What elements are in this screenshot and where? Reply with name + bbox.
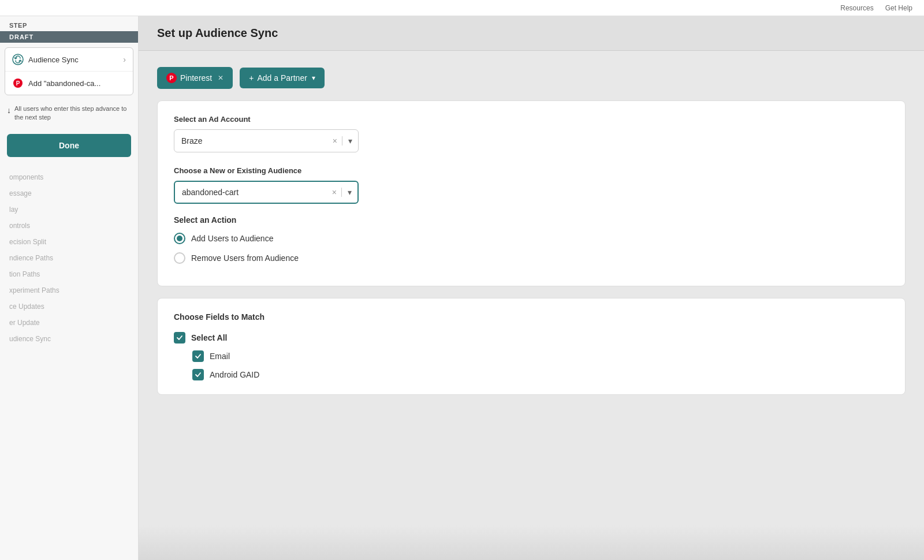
main-layout: Step DRAFT Audience Sync ›: [0, 16, 924, 560]
main-header: Set up Audience Sync: [139, 16, 924, 51]
pinterest-icon: P: [166, 73, 177, 83]
step-label: Step: [0, 16, 138, 31]
top-bar: Resources Get Help: [0, 0, 924, 16]
action-label: Select an Action: [174, 215, 889, 225]
fields-to-match-card: Choose Fields to Match Select All: [157, 298, 906, 395]
advance-note: ↓ All users who enter this step advance …: [0, 100, 138, 127]
audience-sync-label: Audience Sync: [28, 55, 79, 64]
checkbox-select-all-box[interactable]: [174, 332, 185, 344]
advance-note-text: All users who enter this step advance to…: [14, 104, 131, 122]
audience-sync-icon: [12, 54, 24, 65]
ad-account-arrow-icon[interactable]: ▾: [342, 136, 358, 145]
checkbox-android-gaid[interactable]: Android GAID: [192, 369, 889, 380]
checkbox-select-all[interactable]: Select All: [174, 332, 889, 344]
arrow-down-icon: ↓: [7, 105, 11, 117]
audience-clear-icon[interactable]: ×: [327, 188, 342, 197]
android-gaid-label: Android GAID: [210, 370, 259, 379]
action-section: Select an Action Add Users to Audience R…: [174, 215, 889, 264]
sidebar-item-add-abandoned[interactable]: P Add "abandoned-ca...: [5, 72, 133, 95]
audience-value: abandoned-cart: [175, 188, 327, 197]
sidebar: Step DRAFT Audience Sync ›: [0, 16, 139, 560]
radio-add-users[interactable]: Add Users to Audience: [174, 233, 889, 244]
plus-icon: +: [249, 73, 254, 83]
pinterest-remove-icon[interactable]: ✕: [218, 74, 223, 82]
radio-add-users-label: Add Users to Audience: [191, 234, 273, 243]
step-items-panel: Audience Sync › P Add "abandoned-ca...: [5, 47, 133, 95]
email-label: Email: [210, 352, 230, 361]
ad-account-select[interactable]: Braze × ▾: [174, 129, 359, 152]
ad-account-label: Select an Ad Account: [174, 115, 889, 124]
audience-select[interactable]: abandoned-cart × ▾: [174, 181, 359, 204]
checkbox-email-box[interactable]: [192, 350, 204, 362]
chevron-down-icon: ▾: [312, 74, 315, 82]
pinterest-label: Pinterest: [180, 73, 212, 83]
ad-account-value: Braze: [174, 136, 328, 145]
radio-add-users-button[interactable]: [174, 233, 185, 244]
ad-account-clear-icon[interactable]: ×: [328, 136, 342, 145]
main-body: P Pinterest ✕ + Add a Partner ▾ Select a…: [139, 51, 924, 411]
radio-remove-users[interactable]: Remove Users from Audience: [174, 252, 889, 264]
bottom-fade: [139, 525, 924, 560]
checkbox-android-gaid-box[interactable]: [192, 369, 204, 380]
add-partner-button[interactable]: + Add a Partner ▾: [240, 68, 325, 88]
checkmark-icon: [195, 353, 202, 360]
checkbox-email[interactable]: Email: [192, 350, 889, 362]
checkmark-icon: [195, 371, 202, 378]
fields-label: Choose Fields to Match: [174, 312, 889, 322]
radio-remove-users-label: Remove Users from Audience: [191, 253, 299, 263]
ad-account-card: Select an Ad Account Braze × ▾ Choose a …: [157, 100, 906, 286]
checkbox-group: Select All Email: [174, 332, 889, 380]
add-abandoned-label: Add "abandoned-ca...: [28, 79, 100, 88]
add-partner-label: Add a Partner: [257, 73, 307, 83]
main-content: Set up Audience Sync P Pinterest ✕ + Add…: [139, 16, 924, 560]
page-title: Set up Audience Sync: [157, 27, 906, 40]
pinterest-small-icon: P: [12, 77, 24, 89]
partner-buttons-row: P Pinterest ✕ + Add a Partner ▾: [157, 67, 906, 89]
sidebar-bottom-items: omponents essage lay ontrols ecision Spl…: [0, 169, 138, 560]
radio-remove-users-button[interactable]: [174, 252, 185, 264]
sidebar-chevron: ›: [123, 55, 126, 64]
checkmark-icon: [176, 334, 183, 341]
audience-label: Choose a New or Existing Audience: [174, 166, 889, 175]
audience-arrow-icon[interactable]: ▾: [342, 188, 357, 197]
radio-add-users-dot: [177, 236, 182, 241]
pinterest-partner-button[interactable]: P Pinterest ✕: [157, 67, 233, 89]
sidebar-item-audience-sync[interactable]: Audience Sync ›: [5, 48, 133, 72]
draft-badge: DRAFT: [0, 31, 138, 43]
resources-link[interactable]: Resources: [840, 4, 873, 12]
done-button[interactable]: Done: [7, 134, 131, 157]
select-all-label: Select All: [191, 333, 228, 342]
get-help-link[interactable]: Get Help: [885, 4, 912, 12]
